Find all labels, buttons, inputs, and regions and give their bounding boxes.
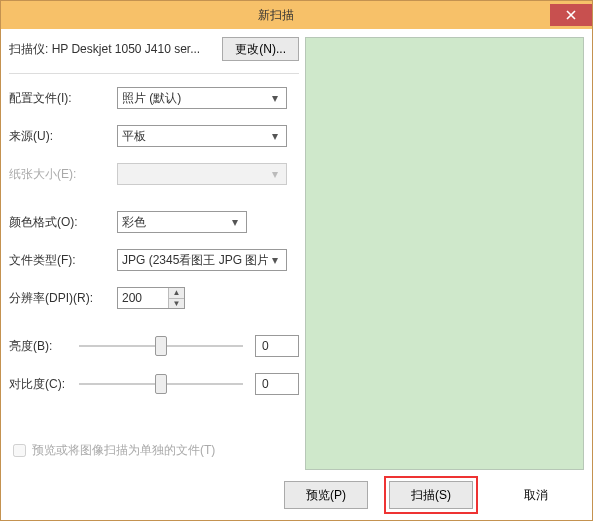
dpi-label: 分辨率(DPI)(R): <box>9 290 117 307</box>
source-row: 来源(U): 平板 ▾ <box>9 124 299 148</box>
file-type-value: JPG (2345看图王 JPG 图片 <box>122 252 268 269</box>
scan-button-highlight: 扫描(S) <box>384 476 478 514</box>
brightness-row: 亮度(B): 0 <box>9 334 299 358</box>
source-combo[interactable]: 平板 ▾ <box>117 125 287 147</box>
window-title: 新扫描 <box>1 7 550 24</box>
dpi-spinner[interactable]: 200 ▲ ▼ <box>117 287 185 309</box>
dpi-row: 分辨率(DPI)(R): 200 ▲ ▼ <box>9 286 299 310</box>
chevron-down-icon: ▾ <box>268 253 282 267</box>
separate-files-row: 预览或将图像扫描为单独的文件(T) <box>9 441 299 460</box>
contrast-slider[interactable] <box>79 373 243 395</box>
profile-label: 配置文件(I): <box>9 90 117 107</box>
dpi-value: 200 <box>118 291 168 305</box>
scanner-label: 扫描仪: HP Deskjet 1050 J410 ser... <box>9 41 222 58</box>
scan-button[interactable]: 扫描(S) <box>389 481 473 509</box>
change-scanner-button[interactable]: 更改(N)... <box>222 37 299 61</box>
contrast-row: 对比度(C): 0 <box>9 372 299 396</box>
file-type-label: 文件类型(F): <box>9 252 117 269</box>
paper-size-combo: ▾ <box>117 163 287 185</box>
contrast-label: 对比度(C): <box>9 376 79 393</box>
cancel-button[interactable]: 取消 <box>494 481 578 509</box>
scanner-row: 扫描仪: HP Deskjet 1050 J410 ser... 更改(N)..… <box>9 37 299 61</box>
titlebar: 新扫描 <box>1 1 592 29</box>
color-format-label: 颜色格式(O): <box>9 214 117 231</box>
brightness-label: 亮度(B): <box>9 338 79 355</box>
spinner-buttons: ▲ ▼ <box>168 288 184 308</box>
settings-pane: 扫描仪: HP Deskjet 1050 J410 ser... 更改(N)..… <box>9 37 299 470</box>
color-format-row: 颜色格式(O): 彩色 ▾ <box>9 210 299 234</box>
slider-thumb[interactable] <box>155 336 167 356</box>
client-area: 扫描仪: HP Deskjet 1050 J410 ser... 更改(N)..… <box>1 29 592 470</box>
paper-size-label: 纸张大小(E): <box>9 166 117 183</box>
profile-value: 照片 (默认) <box>122 90 268 107</box>
chevron-down-icon: ▾ <box>228 215 242 229</box>
paper-size-row: 纸张大小(E): ▾ <box>9 162 299 186</box>
file-type-combo[interactable]: JPG (2345看图王 JPG 图片 ▾ <box>117 249 287 271</box>
profile-combo[interactable]: 照片 (默认) ▾ <box>117 87 287 109</box>
chevron-down-icon: ▾ <box>268 129 282 143</box>
chevron-down-icon: ▾ <box>268 91 282 105</box>
divider <box>9 73 299 74</box>
new-scan-dialog: 新扫描 扫描仪: HP Deskjet 1050 J410 ser... 更改(… <box>0 0 593 521</box>
preview-pane <box>305 37 584 470</box>
color-format-combo[interactable]: 彩色 ▾ <box>117 211 247 233</box>
file-type-row: 文件类型(F): JPG (2345看图王 JPG 图片 ▾ <box>9 248 299 272</box>
spinner-down-button[interactable]: ▼ <box>168 299 184 309</box>
brightness-value-box[interactable]: 0 <box>255 335 299 357</box>
preview-button[interactable]: 预览(P) <box>284 481 368 509</box>
contrast-value-box[interactable]: 0 <box>255 373 299 395</box>
separate-files-checkbox <box>13 444 26 457</box>
source-value: 平板 <box>122 128 268 145</box>
brightness-slider[interactable] <box>79 335 243 357</box>
chevron-down-icon: ▾ <box>268 167 282 181</box>
color-format-value: 彩色 <box>122 214 228 231</box>
profile-row: 配置文件(I): 照片 (默认) ▾ <box>9 86 299 110</box>
slider-thumb[interactable] <box>155 374 167 394</box>
close-button[interactable] <box>550 4 592 26</box>
separate-files-label: 预览或将图像扫描为单独的文件(T) <box>32 442 215 459</box>
spinner-up-button[interactable]: ▲ <box>168 288 184 299</box>
source-label: 来源(U): <box>9 128 117 145</box>
close-icon <box>566 10 576 20</box>
footer: 预览(P) 扫描(S) 取消 <box>1 470 592 520</box>
